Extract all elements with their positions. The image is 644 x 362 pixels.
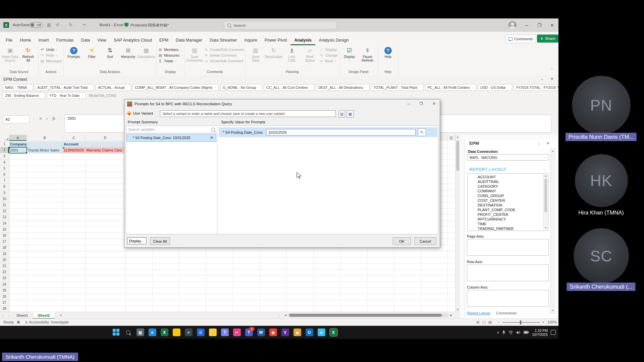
- column-header-B[interactable]: B: [27, 135, 63, 141]
- context-chip[interactable]: PC_ALL - All Profit Centers⌄: [425, 84, 476, 91]
- dimension-cons_group[interactable]: CONS_GROUP: [468, 193, 548, 198]
- ok-button[interactable]: OK: [393, 237, 411, 245]
- tab-analysis-design[interactable]: Analysis Design: [315, 35, 353, 45]
- row-header-2[interactable]: 2: [0, 147, 9, 153]
- row-header-11[interactable]: 11: [0, 202, 9, 208]
- column-axis-box[interactable]: [467, 290, 549, 307]
- tab-insert[interactable]: Insert: [35, 35, 53, 45]
- taskbar-icon-calculator[interactable]: ▦: [137, 328, 144, 336]
- insert-function-icon[interactable]: fx: [52, 116, 55, 121]
- pane-scrollbar[interactable]: ▲ ▼: [550, 148, 555, 313]
- row-header-28[interactable]: 28: [0, 306, 9, 312]
- save-icon[interactable]: ▥: [47, 22, 51, 27]
- taskbar-icon-edge[interactable]: e: [149, 328, 156, 336]
- context-chip[interactable]: NA01 - TMNA⌄: [3, 84, 33, 91]
- taskbar-icon-edge-dev[interactable]: e: [318, 328, 325, 336]
- restore-button[interactable]: ❐: [533, 18, 546, 32]
- row-header-17[interactable]: 17: [0, 239, 9, 245]
- tab-view[interactable]: View: [94, 35, 110, 45]
- taskbar-icon-visual-studio[interactable]: V: [281, 328, 289, 336]
- tab-epm[interactable]: EPM: [156, 35, 172, 45]
- wifi-icon[interactable]: [508, 330, 513, 335]
- dimension-list[interactable]: ACCOUNTAUDITTRAILCATEGORYCOMPANYCONS_GRO…: [467, 173, 548, 231]
- row-header-8[interactable]: 8: [0, 184, 9, 190]
- cell-A2[interactable]: 2001: [9, 147, 27, 153]
- taskbar-icon-teams[interactable]: T3: [245, 328, 253, 336]
- variable-search-input[interactable]: Search variables...: [126, 126, 217, 133]
- cancel-entry-icon[interactable]: ✕: [39, 116, 42, 121]
- account-avatar[interactable]: [508, 21, 517, 29]
- sheet-tab-sheet2[interactable]: Sheet2: [33, 312, 55, 319]
- ribbon-button-pause-refresh[interactable]: ‖Pause Refresh: [359, 46, 376, 62]
- taskbar-search-button[interactable]: [124, 328, 132, 336]
- scroll-up-icon[interactable]: ▲: [457, 135, 459, 138]
- dimension-time[interactable]: TIME: [468, 222, 548, 226]
- context-chip[interactable]: USD - US Dollar⌄: [478, 84, 512, 91]
- scrollbar-thumb[interactable]: [289, 314, 442, 317]
- name-box[interactable]: A2 ⌄: [3, 115, 30, 123]
- pin-icon[interactable]: ⚑: [210, 136, 213, 140]
- prompt-value-input[interactable]: 10/31/2025: [266, 129, 416, 135]
- row-header-14[interactable]: 14: [0, 221, 9, 227]
- cell-A1[interactable]: Company: [9, 141, 27, 147]
- taskbar-clock[interactable]: 1:10 PM 10/7/2025: [532, 328, 548, 337]
- prev-sheet-icon[interactable]: ‹: [0, 314, 6, 317]
- ribbon-button-measures[interactable]: ▤Measures⌄: [158, 53, 183, 58]
- quick-access-icon[interactable]: ✑ ⌄: [83, 22, 89, 27]
- cell-C2[interactable]: 1199920020: [63, 147, 85, 153]
- epm-pane-close-icon[interactable]: ✕: [546, 141, 549, 145]
- taskbar-icon-sticky-notes[interactable]: [173, 328, 180, 336]
- taskbar-icon-chrome[interactable]: ◉: [269, 328, 277, 336]
- dialog-title-bar[interactable]: Prompts for S4 to BPC with RECLS Reconci…: [124, 100, 440, 108]
- dimension-destination[interactable]: DESTINATION: [468, 203, 548, 207]
- vertical-scrollbar[interactable]: ▲ ▼: [455, 135, 460, 312]
- ribbon-button-hierarchy[interactable]: ⊞Hierarchy⌄: [119, 46, 137, 61]
- row-header-13[interactable]: 13: [0, 214, 9, 220]
- ribbon-button-help[interactable]: ?Help: [379, 46, 397, 59]
- row-header-9[interactable]: 9: [0, 190, 9, 196]
- variant-combobox[interactable]: Select a variant or enter a name and cho…: [160, 110, 336, 117]
- battery-icon[interactable]: [524, 331, 529, 334]
- action-center-icon[interactable]: [551, 330, 556, 335]
- splitter-dots-icon[interactable]: ⋮: [278, 314, 281, 317]
- page-layout-view-icon[interactable]: ▢: [482, 320, 485, 324]
- row-header-1[interactable]: 1: [0, 141, 9, 147]
- minimize-button[interactable]: ─: [520, 18, 533, 32]
- taskbar-icon-teams-classic[interactable]: T: [221, 328, 229, 336]
- row-header-27[interactable]: 27: [0, 300, 9, 306]
- cell-D1[interactable]: [85, 141, 125, 147]
- next-sheet-icon[interactable]: ›: [6, 314, 11, 317]
- redo-icon[interactable]: ↻ ⌄: [69, 22, 75, 27]
- zoom-slider-thumb[interactable]: [520, 320, 521, 324]
- ribbon-button-display[interactable]: ☑Display⌄: [341, 46, 358, 61]
- row-header-20[interactable]: 20: [0, 257, 9, 263]
- row-header-21[interactable]: 21: [0, 263, 9, 269]
- page-break-view-icon[interactable]: ▤: [488, 320, 492, 324]
- row-header-6[interactable]: 6: [0, 172, 9, 178]
- column-header-C[interactable]: C: [63, 135, 85, 141]
- close-button[interactable]: ✕: [546, 18, 558, 32]
- row-header-23[interactable]: 23: [0, 275, 9, 281]
- dialog-close-button[interactable]: ✕: [428, 100, 440, 108]
- start-button[interactable]: [112, 328, 120, 336]
- row-header-18[interactable]: 18: [0, 245, 9, 251]
- context-chip[interactable]: YTD - Year To Date⌄: [47, 92, 86, 99]
- hidden-icons-chevron[interactable]: ∧: [497, 330, 499, 334]
- data-connection-dropdown[interactable]: BWS - NACONS ⌄: [467, 154, 548, 161]
- context-chip[interactable]: FY2016.TOTAL - FY2016 Total⌄: [514, 84, 558, 91]
- epm-context-collapse-icon[interactable]: ⌄: [541, 77, 544, 81]
- accessibility-status[interactable]: ♿ Accessibility: Investigate: [25, 320, 69, 324]
- column-header-D[interactable]: D: [85, 135, 125, 141]
- sheet-tab-sheet1[interactable]: Sheet1: [12, 312, 33, 319]
- context-chip[interactable]: DEST_ALL - All Destinations⌄: [316, 84, 369, 91]
- ribbon-button-totals[interactable]: ΣTotals⌄: [158, 59, 183, 63]
- select-all-corner[interactable]: [0, 135, 9, 141]
- ribbon-button-filter[interactable]: ▼Filter⌄: [83, 46, 101, 61]
- dimension-category[interactable]: CATEGORY: [468, 184, 548, 189]
- prompt-summary-item[interactable]: * S4 Posting Date_Cons: 10/31/2025 ⚑: [126, 134, 216, 142]
- zoom-level[interactable]: 100%: [547, 320, 557, 324]
- collapse-ribbon-icon[interactable]: ⌃: [551, 68, 553, 71]
- horizontal-scrollbar[interactable]: ◀ ▶: [284, 313, 452, 317]
- scroll-right-icon[interactable]: ▶: [450, 314, 452, 317]
- normal-view-icon[interactable]: ⊞: [476, 320, 479, 324]
